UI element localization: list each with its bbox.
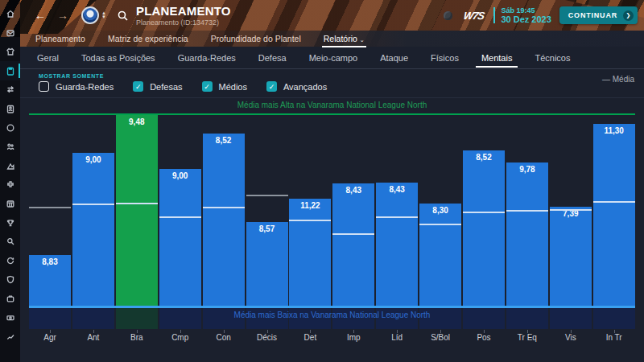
sidebar-item-transfers[interactable] — [0, 80, 20, 99]
sidebar-item-club[interactable] — [0, 269, 20, 289]
filter-defesas[interactable]: ✓Defesas — [133, 81, 182, 92]
league-average-marker — [29, 207, 71, 208]
header-right: W7S Sáb 19:45 30 Dez 2023 CONTINUAR ❯ — [444, 0, 638, 31]
bar-value-label: 9,00 — [159, 171, 201, 180]
sidebar-item-season[interactable] — [0, 251, 20, 270]
stats-icon — [6, 331, 15, 341]
bar-value-label: 8,83 — [29, 257, 71, 266]
continue-button[interactable]: CONTINUAR ❯ — [559, 6, 638, 24]
nav-planeamento[interactable]: Planeamento — [34, 31, 87, 46]
sidebar-item-job[interactable] — [0, 289, 20, 308]
filter-label: Guarda-Redes — [56, 82, 114, 92]
search-icon[interactable] — [118, 10, 128, 21]
continue-arrow-icon: ❯ — [623, 10, 634, 21]
chart-bottom-average-label: Média mais Baixa na Vanarama National Le… — [20, 311, 644, 319]
checkbox-icon: ✓ — [133, 81, 143, 92]
tab-ataque[interactable]: Ataque — [379, 49, 409, 67]
bar-vis: 7,39 — [550, 207, 592, 306]
axis-label-cmp: Cmp — [159, 333, 201, 342]
league-average-marker — [593, 201, 635, 203]
planning-icon — [6, 66, 15, 76]
transfers-icon — [6, 84, 15, 94]
back-arrow-icon[interactable]: ← — [35, 9, 46, 22]
bar-value-label: 11,30 — [593, 126, 635, 135]
axis-label-det: Det — [289, 333, 331, 342]
club-badge[interactable] — [81, 6, 99, 24]
sidebar-item-competitions[interactable] — [0, 213, 20, 232]
bar-value-label: 8,57 — [246, 224, 288, 233]
tab-f-sicos[interactable]: Físicos — [430, 49, 460, 67]
tab-todas-as-posi-es[interactable]: Todas as Posições — [80, 49, 156, 67]
tab-guarda-redes[interactable]: Guarda-Redes — [177, 49, 237, 67]
filter-label: Médios — [219, 82, 247, 92]
bar-ant: 9,00 — [72, 153, 114, 306]
sidebar-item-scouting[interactable] — [0, 232, 20, 251]
filter-m-dios[interactable]: ✓Médios — [202, 81, 247, 92]
tactics-icon — [6, 123, 15, 133]
league-max-line — [29, 113, 635, 115]
competitions-icon — [6, 218, 15, 228]
game-clock: Sáb 19:45 30 Dez 2023 — [501, 6, 551, 24]
league-average-marker — [376, 216, 418, 218]
tab-mentais[interactable]: Mentais — [481, 49, 514, 67]
fm-planning-screen: ← → ▲▼ PLANEAMENTO Planeamento (ID:13473… — [0, 0, 644, 362]
tab-meio-campo[interactable]: Meio-campo — [308, 49, 359, 67]
chart-top-average-label: Média mais Alta na Vanarama National Lea… — [20, 101, 644, 109]
filter-bar: MOSTRAR SOMENTE Guarda-Redes✓Defesas✓Méd… — [20, 68, 644, 98]
sidebar-item-inbox[interactable] — [0, 23, 20, 43]
globe-icon[interactable] — [444, 11, 452, 20]
report-panel: GeralTodas as PosiçõesGuarda-RedesDefesa… — [20, 47, 644, 362]
filter-avan-ados[interactable]: ✓Avançados — [266, 81, 327, 92]
axis-label-ant: Ant — [72, 333, 114, 342]
sidebar-item-home[interactable] — [0, 4, 20, 23]
sidebar-item-squad[interactable] — [0, 42, 20, 61]
filter-guarda-redes[interactable]: Guarda-Redes — [39, 81, 114, 92]
sidebar-item-staff[interactable] — [0, 99, 20, 118]
show-only-label: MOSTRAR SOMENTE — [39, 73, 104, 79]
league-average-marker — [72, 204, 114, 205]
bar-imp: 8,43 — [332, 183, 374, 306]
squad-icon — [6, 47, 15, 56]
axis-label-con: Con — [203, 333, 245, 342]
club-switcher-chevrons[interactable]: ▲▼ — [101, 11, 106, 19]
sidebar-item-stats[interactable] — [0, 327, 20, 346]
sidebar-item-tactics[interactable] — [0, 118, 20, 138]
staff-icon — [6, 104, 15, 113]
app-sidebar — [0, 0, 20, 362]
sidebar-item-schedule[interactable] — [0, 194, 20, 213]
page-title: PLANEAMENTO — [136, 4, 231, 18]
bar-tr-eq: 9,78 — [506, 162, 548, 306]
sidebar-item-youth[interactable] — [0, 137, 20, 156]
sidebar-item-planning[interactable] — [0, 61, 20, 80]
average-legend: — Média — [602, 75, 634, 84]
bar-value-label: 8,30 — [419, 206, 461, 215]
forward-arrow-icon[interactable]: → — [57, 9, 68, 22]
club-icon — [6, 274, 15, 284]
tab-t-cnicos[interactable]: Técnicos — [534, 49, 571, 67]
axis-label-d-cis: Décis — [246, 333, 288, 342]
sidebar-item-training[interactable] — [0, 156, 20, 175]
bar-agr: 8,83 — [29, 255, 71, 306]
league-average-marker — [116, 203, 158, 204]
league-average-marker — [289, 220, 331, 221]
checkbox-icon: ✓ — [266, 81, 277, 92]
nav-relat-rio[interactable]: Relatório⌄ — [322, 31, 366, 46]
bar-value-label: 9,00 — [72, 155, 114, 164]
filter-label: Defesas — [150, 82, 182, 92]
nav-profundidade-do-plantel[interactable]: Profundidade do Plantel — [209, 31, 303, 46]
page-subtitle: Planeamento (ID:134732) — [136, 19, 231, 27]
bar-det: 11,22 — [289, 199, 331, 306]
tab-defesa[interactable]: Defesa — [258, 49, 287, 67]
continue-label: CONTINUAR — [568, 11, 617, 19]
sidebar-item-finances[interactable] — [0, 308, 20, 327]
medical-icon — [6, 179, 15, 189]
bar-value-label: 11,22 — [289, 201, 331, 210]
tab-geral[interactable]: Geral — [36, 49, 60, 67]
axis-label-pos: Pos — [463, 333, 505, 342]
nav-matriz-de-experi-ncia[interactable]: Matriz de experiência — [106, 31, 190, 46]
league-average-marker — [203, 207, 245, 208]
bar-pos: 8,52 — [463, 150, 505, 306]
sidebar-item-medical[interactable] — [0, 175, 20, 194]
training-icon — [6, 161, 15, 171]
league-average-marker — [463, 212, 505, 213]
